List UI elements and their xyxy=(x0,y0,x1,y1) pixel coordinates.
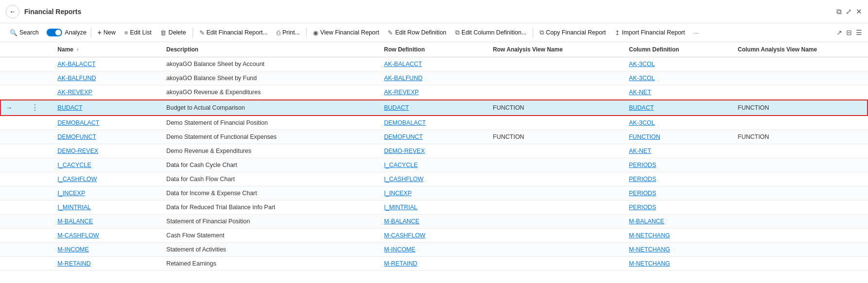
name-cell[interactable]: AK-REVEXP xyxy=(52,85,161,100)
table-row[interactable]: I_CACYCLEData for Cash Cycle ChartI_CACY… xyxy=(0,158,868,172)
table-row[interactable]: M-RETAINDRetained EarningsM-RETAINDM-NET… xyxy=(0,257,868,271)
more-button[interactable]: ··· xyxy=(690,27,703,39)
column-definition-cell[interactable]: M-NETCHANG xyxy=(623,243,732,257)
column-definition-cell[interactable]: AK-NET xyxy=(623,85,732,100)
row-definition-cell[interactable]: I_INCEXP xyxy=(378,186,487,200)
name-cell[interactable]: DEMO-REVEX xyxy=(52,144,161,158)
name-cell[interactable]: DEMOBALACT xyxy=(52,116,161,130)
name-cell[interactable]: I_MINTRIAL xyxy=(52,200,161,215)
column-definition-cell[interactable]: M-NETCHANG xyxy=(623,257,732,271)
edit-row-definition-button[interactable]: ✎ Edit Row Definition xyxy=(384,27,450,39)
search-button[interactable]: 🔍 Search xyxy=(6,27,43,39)
dots-cell[interactable] xyxy=(25,172,52,186)
row-definition-cell[interactable]: BUDACT xyxy=(378,100,487,116)
view-financial-report-button[interactable]: ◉ View Financial Report xyxy=(309,27,383,39)
name-cell[interactable]: M-INCOME xyxy=(52,243,161,257)
edit-column-definition-button[interactable]: ⧉ Edit Column Definition... xyxy=(451,26,530,39)
description-cell: Statement of Activities xyxy=(161,243,378,257)
name-cell[interactable]: AK-BALFUND xyxy=(52,71,161,85)
row-definition-cell[interactable]: M-BALANCE xyxy=(378,215,487,229)
dots-cell[interactable] xyxy=(25,71,52,85)
column-definition-cell[interactable]: AK-NET xyxy=(623,144,732,158)
column-definition-cell[interactable]: AK-3COL xyxy=(623,71,732,85)
dots-cell[interactable] xyxy=(25,158,52,172)
column-chooser-icon[interactable]: ☰ xyxy=(856,29,862,36)
table-row[interactable]: AK-REVEXPakoyaGO Revenue & ExpendituresA… xyxy=(0,85,868,100)
dots-cell[interactable] xyxy=(25,215,52,229)
row-definition-cell[interactable]: AK-REVEXP xyxy=(378,85,487,100)
dots-cell[interactable] xyxy=(25,57,52,71)
edit-financial-report-button[interactable]: ✎ Edit Financial Report... xyxy=(196,27,272,39)
table-row[interactable]: I_CASHFLOWData for Cash Flow ChartI_CASH… xyxy=(0,172,868,186)
dots-cell[interactable] xyxy=(25,116,52,130)
window-close-icon[interactable]: ✕ xyxy=(856,7,862,16)
table-row[interactable]: M-INCOMEStatement of ActivitiesM-INCOMEM… xyxy=(0,243,868,257)
dots-cell[interactable] xyxy=(25,144,52,158)
row-definition-cell[interactable]: AK-BALACCT xyxy=(378,57,487,71)
name-cell[interactable]: BUDACT xyxy=(52,100,161,116)
dots-cell[interactable] xyxy=(25,243,52,257)
edit-list-button[interactable]: ≡ Edit List xyxy=(120,27,155,39)
dots-cell[interactable] xyxy=(25,200,52,215)
share-icon[interactable]: ↗ xyxy=(836,29,842,36)
table-row[interactable]: M-BALANCEStatement of Financial Position… xyxy=(0,215,868,229)
table-row[interactable]: AK-BALFUNDakoyaGO Balance Sheet by FundA… xyxy=(0,71,868,85)
column-definition-cell[interactable]: PERIODS xyxy=(623,200,732,215)
dots-cell[interactable] xyxy=(25,257,52,271)
row-definition-cell[interactable]: M-INCOME xyxy=(378,243,487,257)
row-definition-cell[interactable]: AK-BALFUND xyxy=(378,71,487,85)
new-button[interactable]: + New xyxy=(94,26,119,39)
dots-cell[interactable] xyxy=(25,229,52,243)
table-row[interactable]: →⋮BUDACTBudget to Actual ComparisonBUDAC… xyxy=(0,100,868,116)
col-arrow-header xyxy=(0,42,25,57)
print-button[interactable]: ⎙ Print... xyxy=(273,27,304,39)
name-cell[interactable]: M-BALANCE xyxy=(52,215,161,229)
name-cell[interactable]: M-CASHFLOW xyxy=(52,229,161,243)
dots-cell[interactable] xyxy=(25,186,52,200)
delete-button[interactable]: 🗑 Delete xyxy=(156,27,190,39)
name-cell[interactable]: I_INCEXP xyxy=(52,186,161,200)
row-definition-cell[interactable]: I_CACYCLE xyxy=(378,158,487,172)
new-label: New xyxy=(103,29,115,36)
analyze-toggle[interactable] xyxy=(47,29,62,36)
dots-cell[interactable]: ⋮ xyxy=(25,100,52,116)
row-definition-cell[interactable]: I_MINTRIAL xyxy=(378,200,487,215)
row-definition-cell[interactable]: DEMO-REVEX xyxy=(378,144,487,158)
import-financial-report-button[interactable]: ↥ Import Financial Report xyxy=(611,27,689,39)
row-definition-cell[interactable]: DEMOBALACT xyxy=(378,116,487,130)
column-definition-cell[interactable]: M-BALANCE xyxy=(623,215,732,229)
name-cell[interactable]: I_CACYCLE xyxy=(52,158,161,172)
row-definition-cell[interactable]: M-RETAIND xyxy=(378,257,487,271)
name-cell[interactable]: M-RETAIND xyxy=(52,257,161,271)
column-definition-cell[interactable]: AK-3COL xyxy=(623,116,732,130)
table-row[interactable]: DEMO-REVEXDemo Revenue & ExpendituresDEM… xyxy=(0,144,868,158)
row-definition-cell[interactable]: I_CASHFLOW xyxy=(378,172,487,186)
row-definition-cell[interactable]: DEMOFUNCT xyxy=(378,130,487,144)
column-definition-cell[interactable]: PERIODS xyxy=(623,158,732,172)
table-row[interactable]: I_INCEXPData for Income & Expense ChartI… xyxy=(0,186,868,200)
column-definition-cell[interactable]: AK-3COL xyxy=(623,57,732,71)
name-cell[interactable]: AK-BALACCT xyxy=(52,57,161,71)
table-row[interactable]: M-CASHFLOWCash Flow StatementM-CASHFLOWM… xyxy=(0,229,868,243)
name-cell[interactable]: I_CASHFLOW xyxy=(52,172,161,186)
column-definition-cell[interactable]: PERIODS xyxy=(623,186,732,200)
row-definition-cell[interactable]: M-CASHFLOW xyxy=(378,229,487,243)
window-expand-icon[interactable]: ⤢ xyxy=(846,7,852,16)
window-restore-icon[interactable]: ⧉ xyxy=(836,7,842,16)
column-definition-cell[interactable]: FUNCTION xyxy=(623,130,732,144)
financial-reports-table: Name ↑ Description Row Definition Row An… xyxy=(0,42,868,271)
table-row[interactable]: DEMOBALACTDemo Statement of Financial Po… xyxy=(0,116,868,130)
filter-icon[interactable]: ⊟ xyxy=(846,29,852,36)
table-row[interactable]: AK-BALACCTakoyaGO Balance Sheet by Accou… xyxy=(0,57,868,71)
column-definition-cell[interactable]: M-NETCHANG xyxy=(623,229,732,243)
dots-cell[interactable] xyxy=(25,85,52,100)
copy-financial-report-button[interactable]: ⧉ Copy Financial Report xyxy=(536,26,610,39)
dots-cell[interactable] xyxy=(25,130,52,144)
col-colview-header: Column Analysis View Name xyxy=(732,42,868,57)
back-button[interactable]: ← xyxy=(6,5,19,18)
table-row[interactable]: DEMOFUNCTDemo Statement of Functional Ex… xyxy=(0,130,868,144)
column-definition-cell[interactable]: BUDACT xyxy=(623,100,732,116)
table-row[interactable]: I_MINTRIALData for Reduced Trial Balance… xyxy=(0,200,868,215)
column-definition-cell[interactable]: PERIODS xyxy=(623,172,732,186)
name-cell[interactable]: DEMOFUNCT xyxy=(52,130,161,144)
